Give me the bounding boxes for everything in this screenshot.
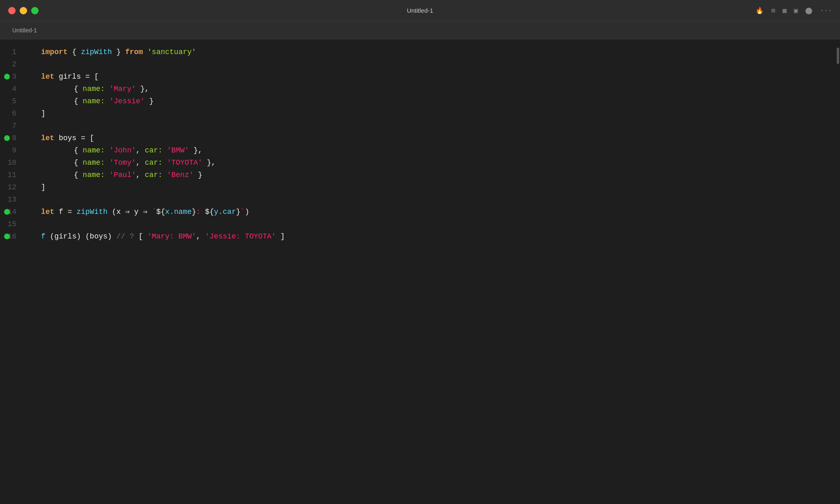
line-num-8: 8 — [0, 132, 25, 144]
line-num-9: 9 — [0, 144, 25, 157]
breakpoint-16[interactable] — [4, 234, 10, 239]
code-line-11: { name: 'Paul', car: 'Benz' } — [41, 169, 832, 181]
line-num-2: 2 — [0, 58, 25, 70]
tab-untitled[interactable]: Untitled-1 — [7, 25, 43, 36]
window-title: Untitled-1 — [407, 7, 433, 14]
line-num-12: 12 — [0, 181, 25, 193]
title-bar: Untitled-1 🔥 ⊞ ▦ ▣ ⬤ ··· — [0, 0, 840, 21]
line-num-4: 4 — [0, 83, 25, 95]
tab-bar: Untitled-1 — [0, 21, 840, 39]
traffic-lights — [8, 7, 39, 14]
line-num-14: 14 — [0, 206, 25, 218]
code-line-9: { name: 'John', car: 'BMW' }, — [41, 144, 832, 157]
line-num-3: 3 — [0, 70, 25, 83]
code-line-3: let girls = [ — [41, 70, 832, 83]
line-num-16: 16 — [0, 230, 25, 243]
breakpoint-3[interactable] — [4, 74, 10, 79]
code-line-2 — [41, 58, 832, 70]
scrollbar[interactable] — [836, 39, 840, 504]
line-num-1: 1 — [0, 46, 25, 58]
status-dot: ⬤ — [805, 7, 813, 15]
code-line-15 — [41, 218, 832, 230]
line-num-6: 6 — [0, 107, 25, 120]
maximize-button[interactable] — [31, 7, 39, 14]
code-line-13 — [41, 193, 832, 206]
minimize-button[interactable] — [20, 7, 27, 14]
code-line-5: { name: 'Jessie' } — [41, 95, 832, 107]
line-num-5: 5 — [0, 95, 25, 107]
line-num-7: 7 — [0, 120, 25, 132]
code-line-14: let f = zipWith (x ⇒ y ⇒ `${x.name}: ${y… — [41, 206, 832, 218]
panel-icon[interactable]: ▣ — [794, 7, 798, 15]
code-line-7 — [41, 120, 832, 132]
breakpoint-14[interactable] — [4, 209, 10, 215]
code-line-10: { name: 'Tomy', car: 'TOYOTA' }, — [41, 157, 832, 169]
close-button[interactable] — [8, 7, 16, 14]
code-line-1: import { zipWith } from 'sanctuary' — [41, 46, 832, 58]
editor-container: 1 2 3 4 5 6 7 8 9 10 11 12 13 14 15 16 — [0, 39, 840, 504]
code-line-8: let boys = [ — [41, 132, 832, 144]
title-actions: 🔥 ⊞ ▦ ▣ ⬤ ··· — [756, 7, 832, 15]
scrollbar-thumb[interactable] — [837, 48, 839, 64]
code-line-16: f (girls) (boys) // ? [ 'Mary: BMW', 'Je… — [41, 230, 832, 243]
flame-icon[interactable]: 🔥 — [756, 7, 764, 15]
line-num-15: 15 — [0, 218, 25, 230]
more-icon[interactable]: ··· — [820, 7, 832, 14]
code-line-12: ] — [41, 181, 832, 193]
code-editor[interactable]: import { zipWith } from 'sanctuary' let … — [33, 39, 840, 504]
line-numbers: 1 2 3 4 5 6 7 8 9 10 11 12 13 14 15 16 — [0, 39, 33, 504]
split-icon[interactable]: ⊞ — [771, 7, 775, 15]
layout-icon[interactable]: ▦ — [783, 7, 787, 15]
line-num-13: 13 — [0, 193, 25, 206]
line-num-11: 11 — [0, 169, 25, 181]
code-line-6: ] — [41, 107, 832, 120]
line-num-10: 10 — [0, 157, 25, 169]
code-line-4: { name: 'Mary' }, — [41, 83, 832, 95]
breakpoint-8[interactable] — [4, 135, 10, 141]
